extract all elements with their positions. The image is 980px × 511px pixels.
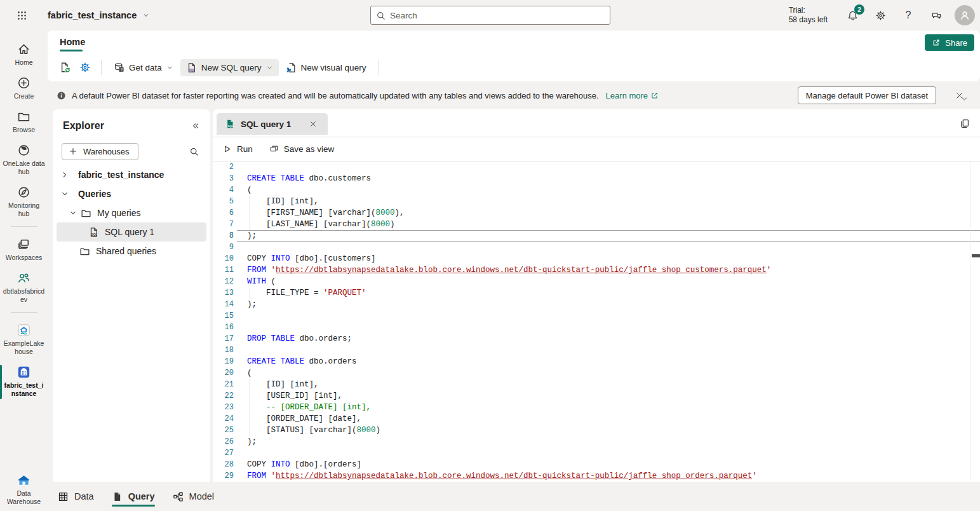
splitter-handle[interactable]	[972, 254, 980, 257]
share-button[interactable]: Share	[925, 34, 974, 51]
account-avatar[interactable]	[955, 5, 975, 25]
view-tab-data[interactable]: Data	[58, 482, 94, 511]
global-search[interactable]	[370, 6, 610, 25]
sql-query-tab[interactable]: SQL SQL query 1	[217, 113, 328, 135]
new-visual-query-button[interactable]: New visual query	[280, 59, 372, 76]
code-line[interactable]: 26);	[213, 436, 980, 447]
rail-item-create[interactable]: Create	[0, 72, 48, 106]
top-bar: fabric_test_instance Trial: 58 days left…	[0, 0, 980, 31]
code-line[interactable]: 27	[213, 447, 980, 459]
code-line[interactable]: 19CREATE TABLE dbo.orders	[213, 356, 980, 367]
rail-item-label: Home	[15, 58, 32, 67]
view-tab-model[interactable]: Model	[173, 482, 215, 511]
rail-item-label: ExampleLakehouse	[3, 339, 46, 356]
copy-button[interactable]	[958, 116, 972, 130]
code-line[interactable]: 10COPY INTO [dbo].[customers]	[213, 253, 980, 264]
code-line[interactable]: 13 FILE_TYPE = 'PARQUET'	[213, 287, 980, 299]
rail-item-workspaces[interactable]: Workspaces	[0, 233, 48, 267]
workspace-switcher[interactable]: fabric_test_instance	[48, 10, 150, 20]
tab-home[interactable]: Home	[53, 32, 92, 51]
code-line[interactable]: 16	[213, 322, 980, 333]
code-editor[interactable]: 23CREATE TABLE dbo.customers4(5 [ID] [in…	[213, 161, 980, 481]
settings-button[interactable]	[871, 6, 890, 25]
code-line[interactable]: 15	[213, 310, 980, 322]
rail-item-browse[interactable]: Browse	[0, 106, 48, 139]
app-launcher-button[interactable]	[11, 4, 32, 26]
code-line[interactable]: 20(	[213, 367, 980, 379]
new-report-button[interactable]	[55, 58, 74, 77]
info-banner: A default Power BI dataset for faster re…	[48, 81, 980, 109]
rail-item-label: OneLake data hub	[3, 160, 46, 176]
code-line[interactable]: 28COPY INTO [dbo].[orders]	[213, 459, 980, 470]
close-tab-button[interactable]	[307, 118, 319, 130]
code-line[interactable]: 25 [STATUS] [varchar](8000)	[213, 425, 980, 436]
chevron-down-icon[interactable]	[60, 189, 69, 198]
rail-item-fabric-test-instance[interactable]: fabric_test_instance	[0, 361, 48, 403]
code-line[interactable]: 11FROM 'https://dbtlabsynapsedatalake.bl…	[213, 264, 980, 276]
tree-item-shared-queries[interactable]: Shared queries	[53, 242, 210, 261]
code-line[interactable]: 2	[213, 161, 980, 173]
banner-close-button[interactable]	[950, 86, 969, 105]
save-view-icon	[269, 144, 279, 154]
code-line[interactable]: 12WITH (	[213, 276, 980, 287]
add-warehouses-button[interactable]: Warehouses	[62, 143, 138, 160]
code-line[interactable]: 29FROM 'https://dbtlabsynapsedatalake.bl…	[213, 470, 980, 481]
run-button[interactable]: Run	[222, 144, 253, 154]
code-line[interactable]: 6 [FIRST_NAME] [varchar](8000),	[213, 207, 980, 219]
code-line[interactable]: 22 [USER_ID] [int],	[213, 390, 980, 402]
code-line[interactable]: 4(	[213, 184, 980, 196]
code-text: COPY INTO [dbo].[orders]	[245, 460, 361, 469]
explorer-search-button[interactable]	[185, 142, 203, 160]
code-text: );	[245, 300, 257, 309]
feedback-button[interactable]	[927, 6, 946, 25]
rail-item-onelake-data-hub[interactable]: OneLake data hub	[0, 139, 48, 181]
line-number: 21	[213, 379, 245, 390]
view-tab-label: Query	[128, 491, 155, 501]
code-line[interactable]: 8);	[213, 230, 980, 242]
code-line[interactable]: 14);	[213, 299, 980, 310]
tree-item-queries[interactable]: Queries	[53, 184, 210, 203]
code-line[interactable]: 7 [LAST_NAME] [varchar](8000)	[213, 219, 980, 230]
line-number: 20	[213, 367, 245, 379]
tree-item-fabric-test-instance[interactable]: fabric_test_instance	[53, 165, 210, 184]
code-line[interactable]: 3CREATE TABLE dbo.customers	[213, 173, 980, 184]
code-line[interactable]: 24 [ORDER_DATE] [date],	[213, 413, 980, 425]
chevron-down-icon[interactable]	[69, 208, 77, 217]
tree-item-sql-query-1[interactable]: SQLSQL query 1	[57, 222, 206, 242]
get-data-button[interactable]: Get data	[108, 59, 179, 76]
code-text: );	[245, 231, 257, 240]
search-input[interactable]	[390, 11, 605, 20]
code-line[interactable]: 21 [ID] [int],	[213, 379, 980, 390]
code-line[interactable]: 18	[213, 344, 980, 356]
toolbar-divider	[378, 60, 379, 75]
line-number: 29	[213, 470, 245, 481]
rail-item-dbtlabsfabricdev[interactable]: dbtlabsfabricdev	[0, 267, 48, 309]
line-number: 17	[213, 333, 245, 344]
notifications-button[interactable]: 2	[843, 6, 862, 25]
code-line[interactable]: 17DROP TABLE dbo.orders;	[213, 333, 980, 344]
active-tab-indicator	[60, 50, 83, 51]
collapse-explorer-button[interactable]	[187, 118, 204, 134]
rail-item-label: Data Warehouse	[3, 489, 46, 506]
view-tab-query[interactable]: Query	[112, 482, 155, 511]
tree-item-my-queries[interactable]: My queries	[53, 203, 210, 222]
warehouse-settings-button[interactable]	[76, 58, 95, 77]
svg-text:SQL: SQL	[91, 233, 98, 236]
close-icon	[955, 92, 963, 100]
editor-scrollbar[interactable]	[970, 161, 970, 481]
code-line[interactable]: 9	[213, 242, 980, 253]
rail-item-data-warehouse[interactable]: Data Warehouse	[0, 469, 48, 511]
help-button[interactable]: ?	[899, 6, 918, 25]
rail-item-examplelakehouse[interactable]: ExampleLakehouse	[0, 319, 48, 361]
rail-item-monitoring-hub[interactable]: Monitoring hub	[0, 181, 48, 223]
rail-item-home[interactable]: Home	[0, 38, 48, 72]
manage-default-dataset-button[interactable]: Manage default Power BI dataset	[798, 86, 936, 104]
code-line[interactable]: 23 -- [ORDER_DATE] [int],	[213, 402, 980, 413]
code-line[interactable]: 5 [ID] [int],	[213, 196, 980, 207]
chevron-right-icon[interactable]	[60, 170, 69, 179]
save-as-view-button[interactable]: Save as view	[269, 144, 335, 154]
search-icon	[189, 147, 199, 156]
line-number: 23	[213, 402, 245, 413]
learn-more-link[interactable]: Learn more	[606, 91, 659, 100]
new-sql-query-button[interactable]: SQL New SQL query	[180, 59, 279, 76]
